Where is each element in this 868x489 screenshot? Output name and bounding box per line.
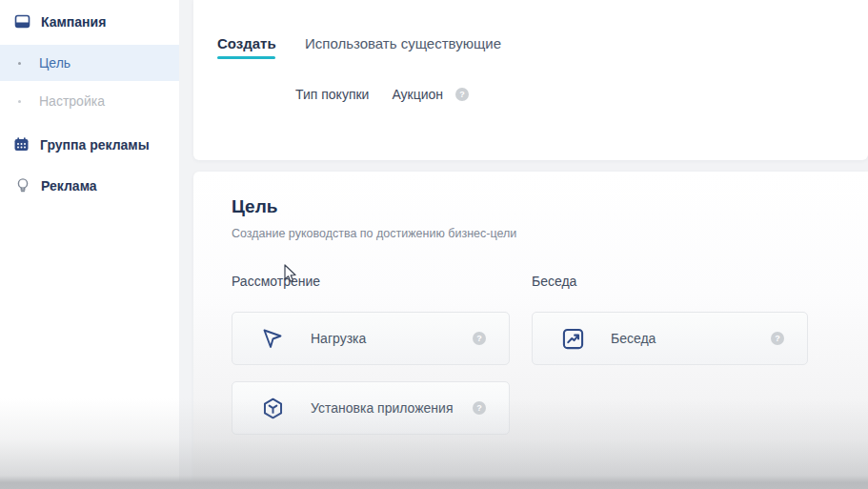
active-tab-underline (217, 56, 275, 59)
objective-card-label: Нагрузка (311, 331, 366, 346)
lightbulb-icon (14, 177, 30, 194)
goal-columns: Рассмотрение Нагрузка ? Установка (232, 274, 868, 451)
sidebar-item-label: Кампания (41, 14, 106, 30)
sidebar-item-label: Реклама (41, 178, 97, 194)
bullet-dot (18, 100, 21, 103)
ad-group-icon (13, 136, 30, 153)
objective-card-app-install[interactable]: Установка приложения ? (232, 381, 510, 435)
purchase-type-label: Тип покупки (295, 87, 369, 102)
bullet-dot (18, 62, 21, 65)
purchase-type-value: Аукцион (392, 87, 443, 102)
navigation-arrow-icon (260, 326, 285, 351)
objective-card-traffic[interactable]: Нагрузка ? (232, 312, 510, 365)
sidebar-item-campaign[interactable]: Кампания (0, 0, 179, 41)
goal-column-conversation: Беседа Беседа ? (532, 274, 808, 451)
goal-title: Цель (232, 196, 277, 217)
goal-panel: Цель Создание руководства по достижению … (193, 172, 868, 481)
tab-create[interactable]: Создать (217, 35, 276, 51)
package-box-icon (260, 396, 285, 420)
sidebar-item-ad[interactable]: Реклама (0, 166, 179, 205)
sidebar-item-label: Группа рекламы (40, 137, 150, 153)
question-circle-icon[interactable]: ? (473, 332, 486, 345)
purchase-type-row: Тип покупки Аукцион ? (295, 87, 469, 102)
sidebar-item-goal[interactable]: Цель (0, 45, 179, 81)
sidebar-item-setup[interactable]: Настройка (0, 83, 179, 119)
sidebar: Кампания Цель Настройка Группа рекламы (0, 0, 179, 489)
question-circle-icon[interactable]: ? (771, 332, 784, 345)
tab-use-existing[interactable]: Использовать существующие (305, 35, 501, 51)
question-circle-icon[interactable]: ? (455, 88, 469, 101)
goal-column-consideration: Рассмотрение Нагрузка ? Установка (232, 274, 510, 451)
sidebar-item-label: Настройка (39, 93, 105, 109)
question-circle-icon[interactable]: ? (473, 401, 486, 415)
sidebar-item-label: Цель (39, 55, 71, 71)
sidebar-item-ad-group[interactable]: Группа рекламы (0, 125, 179, 164)
column-header: Рассмотрение (232, 274, 510, 289)
trend-chart-icon (560, 326, 585, 351)
create-campaign-panel: Создать Использовать существующие Тип по… (193, 0, 868, 160)
objective-card-conversation[interactable]: Беседа ? (532, 312, 808, 365)
objective-card-label: Беседа (611, 331, 656, 346)
column-header: Беседа (532, 274, 808, 289)
goal-subtitle: Создание руководства по достижению бизне… (232, 227, 516, 240)
objective-card-label: Установка приложения (311, 400, 454, 416)
campaign-icon (14, 13, 30, 30)
